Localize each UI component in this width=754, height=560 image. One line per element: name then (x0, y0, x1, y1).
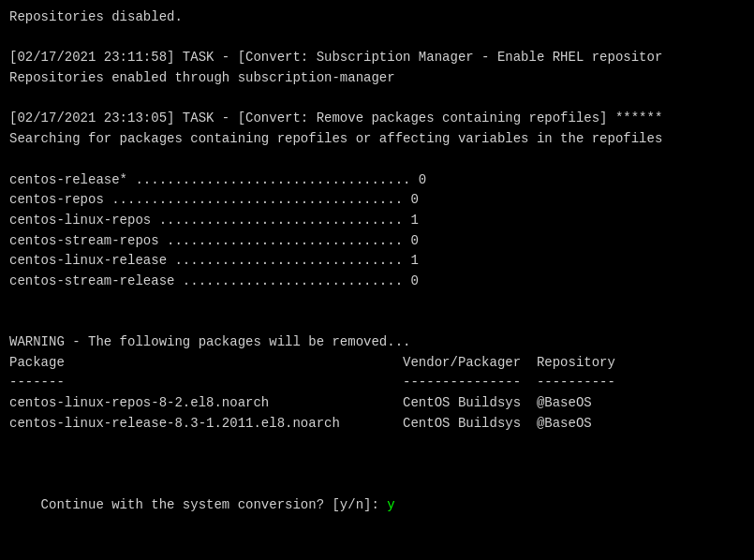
blank-line-5 (9, 312, 745, 332)
line-task-remove: [02/17/2021 23:13:05] TASK - [Convert: R… (9, 109, 745, 129)
line-repositories-disabled: Repositories disabled. (9, 7, 745, 28)
line-searching: Searching for packages containing repofi… (9, 129, 745, 150)
terminal-window: Repositories disabled. [02/17/2021 23:11… (0, 0, 754, 560)
line-centos-release: centos-release* ........................… (9, 170, 745, 191)
line-centos-linux-release-pkg: centos-linux-release-8.3-1.2011.el8.noar… (9, 414, 745, 435)
blank-line-6 (9, 434, 745, 454)
line-centos-linux-repos: centos-linux-repos .....................… (9, 211, 745, 231)
line-centos-stream-repos: centos-stream-repos ....................… (9, 231, 745, 252)
line-continue-prompt: Continue with the system conversion? [y/… (9, 475, 745, 536)
prompt-text: Continue with the system conversion? [y/… (41, 497, 388, 512)
line-table-divider: ------- --------------- ---------- (9, 373, 745, 393)
line-table-header: Package Vendor/Packager Repository (9, 353, 745, 374)
line-task-subscription: [02/17/2021 23:11:58] TASK - [Convert: S… (9, 48, 745, 68)
line-centos-stream-release: centos-stream-release ..................… (9, 272, 745, 292)
blank-line-2 (9, 89, 745, 110)
blank-line-4 (9, 292, 745, 313)
blank-line-3 (9, 150, 745, 170)
blank-line-7 (9, 454, 745, 475)
line-centos-repos: centos-repos ...........................… (9, 190, 745, 211)
line-centos-linux-repos-pkg: centos-linux-repos-8-2.el8.noarch CentOS… (9, 393, 745, 414)
blank-line-1 (9, 28, 745, 49)
prompt-answer: y (387, 497, 394, 512)
line-repos-enabled: Repositories enabled through subscriptio… (9, 68, 745, 89)
line-centos-linux-release: centos-linux-release ...................… (9, 251, 745, 272)
line-warning: WARNING - The following packages will be… (9, 332, 745, 353)
